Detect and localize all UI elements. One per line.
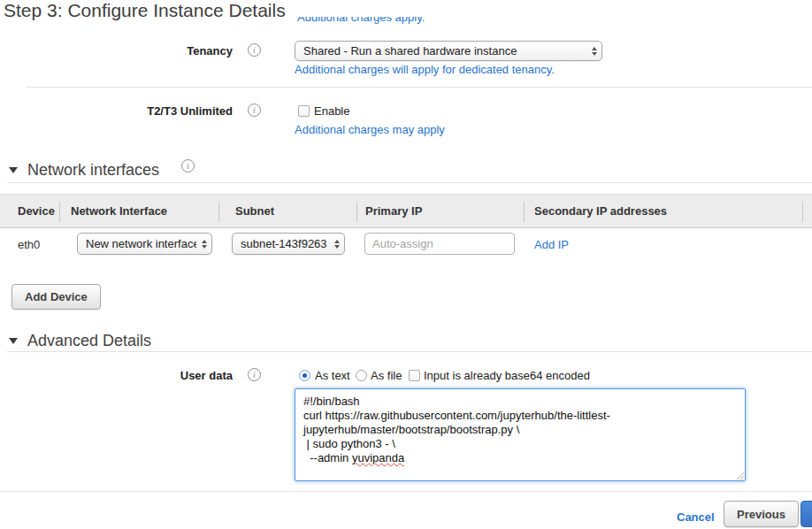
subnet-select-value: subnet-143f9263 [241, 237, 329, 250]
network-interfaces-table-header: Device Network Interface Subnet Primary … [0, 194, 812, 228]
select-arrows-icon [334, 240, 340, 249]
user-data-textarea[interactable]: #!/bin/bash curl https://raw.githubuserc… [295, 388, 746, 481]
resize-handle[interactable] [735, 471, 744, 479]
page-title: Step 3: Configure Instance Details [4, 0, 286, 21]
tenancy-label: Tenancy [88, 44, 233, 58]
divider [7, 182, 812, 183]
user-data-label: User data [88, 369, 233, 382]
user-data-info-icon[interactable]: i [248, 368, 261, 381]
user-data-line: | sudo python3 - \ [303, 437, 737, 451]
add-device-button[interactable]: Add Device [11, 284, 101, 310]
as-file-label: As file [371, 369, 402, 382]
next-button[interactable] [801, 501, 812, 527]
as-file-radio[interactable] [356, 370, 367, 381]
select-arrows-icon [202, 240, 207, 249]
column-subnet: Subnet [235, 204, 274, 218]
misspelled-word: yuvipanda [352, 451, 404, 464]
t2t3-unlimited-label: T2/T3 Unlimited [88, 104, 233, 118]
previous-button[interactable]: Previous [724, 501, 799, 527]
column-device: Device [18, 204, 55, 218]
divider [27, 87, 812, 88]
t2t3-charges-link[interactable]: Additional charges may apply [295, 123, 445, 136]
base64-label: Input is already base64 encoded [424, 369, 590, 382]
base64-checkbox[interactable] [409, 370, 420, 381]
column-separator [356, 202, 357, 222]
advanced-details-collapse-icon[interactable] [9, 338, 18, 344]
user-data-line: --admin yuvipanda [303, 451, 737, 465]
page-header: Step 3: Configure Instance Details [0, 0, 812, 17]
network-interfaces-info-icon[interactable]: i [181, 159, 195, 172]
divider [7, 351, 812, 352]
column-separator [59, 202, 60, 222]
column-separator [218, 202, 219, 222]
user-data-line: jupyterhub/master/bootstrap/bootstrap.py… [303, 423, 737, 437]
network-interfaces-collapse-icon[interactable] [9, 167, 18, 173]
column-secondary-ip: Secondary IP addresses [534, 204, 667, 218]
tenancy-info-icon[interactable]: i [248, 43, 261, 57]
network-interfaces-section-title[interactable]: Network interfaces [27, 161, 159, 180]
tenancy-select-value: Shared - Run a shared hardware instance [303, 44, 586, 58]
advanced-details-section-title[interactable]: Advanced Details [27, 332, 151, 350]
t2t3-info-icon[interactable]: i [248, 104, 261, 117]
tenancy-charges-link[interactable]: Additional charges will apply for dedica… [295, 63, 555, 76]
column-separator [524, 202, 525, 222]
select-arrows-icon [592, 47, 597, 56]
device-name: eth0 [18, 238, 40, 251]
subnet-select[interactable]: subnet-143f9263 [232, 233, 345, 255]
t2t3-enable-label: Enable [314, 104, 349, 118]
add-ip-link[interactable]: Add IP [534, 238, 569, 251]
configure-instance-page: Additional charges apply. Step 3: Config… [0, 0, 812, 529]
tenancy-select[interactable]: Shared - Run a shared hardware instance [295, 41, 602, 61]
column-separator [802, 202, 803, 222]
as-text-label: As text [315, 369, 350, 382]
footer-divider [0, 491, 812, 492]
network-interface-select[interactable]: New network interface [77, 233, 212, 255]
cancel-button[interactable]: Cancel [677, 510, 715, 524]
as-text-radio[interactable] [299, 370, 310, 381]
user-data-line: curl https://raw.githubusercontent.com/j… [303, 409, 737, 423]
t2t3-enable-checkbox[interactable] [298, 105, 310, 117]
network-interface-select-value: New network interface [86, 237, 196, 250]
column-primary-ip: Primary IP [365, 204, 422, 218]
column-network-interface: Network Interface [71, 204, 167, 218]
primary-ip-input[interactable] [364, 233, 515, 255]
user-data-line: #!/bin/bash [303, 395, 737, 409]
